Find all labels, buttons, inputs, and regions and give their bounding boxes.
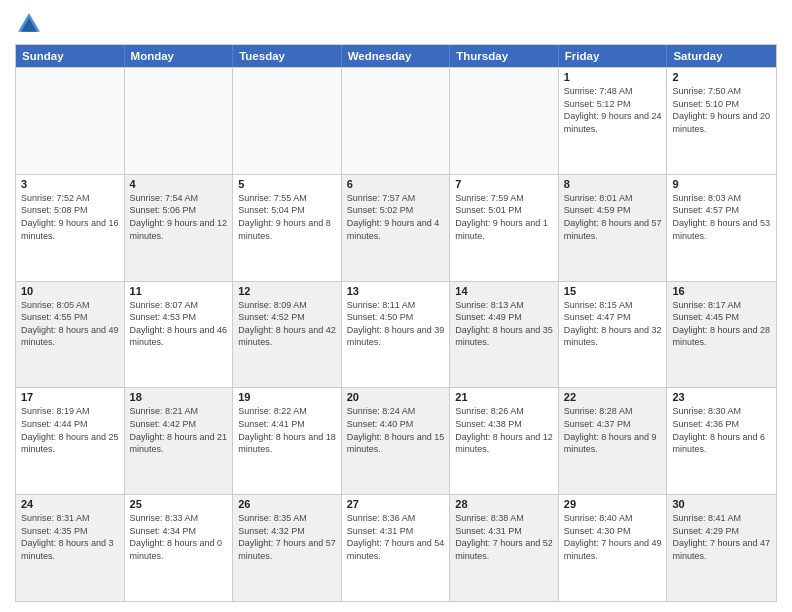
- day-number: 29: [564, 498, 662, 510]
- day-of-week-header: Monday: [125, 45, 234, 67]
- day-number: 4: [130, 178, 228, 190]
- calendar-cell: [233, 68, 342, 174]
- calendar-cell: 12Sunrise: 8:09 AM Sunset: 4:52 PM Dayli…: [233, 282, 342, 388]
- calendar-cell: 25Sunrise: 8:33 AM Sunset: 4:34 PM Dayli…: [125, 495, 234, 601]
- day-info: Sunrise: 8:01 AM Sunset: 4:59 PM Dayligh…: [564, 192, 662, 242]
- calendar-cell: 30Sunrise: 8:41 AM Sunset: 4:29 PM Dayli…: [667, 495, 776, 601]
- day-number: 22: [564, 391, 662, 403]
- day-info: Sunrise: 8:24 AM Sunset: 4:40 PM Dayligh…: [347, 405, 445, 455]
- logo: [15, 10, 47, 38]
- calendar-cell: 17Sunrise: 8:19 AM Sunset: 4:44 PM Dayli…: [16, 388, 125, 494]
- day-number: 24: [21, 498, 119, 510]
- day-number: 11: [130, 285, 228, 297]
- page: SundayMondayTuesdayWednesdayThursdayFrid…: [0, 0, 792, 612]
- calendar-row: 1Sunrise: 7:48 AM Sunset: 5:12 PM Daylig…: [16, 67, 776, 174]
- day-number: 1: [564, 71, 662, 83]
- day-info: Sunrise: 8:09 AM Sunset: 4:52 PM Dayligh…: [238, 299, 336, 349]
- calendar-cell: 29Sunrise: 8:40 AM Sunset: 4:30 PM Dayli…: [559, 495, 668, 601]
- day-number: 18: [130, 391, 228, 403]
- calendar-cell: 19Sunrise: 8:22 AM Sunset: 4:41 PM Dayli…: [233, 388, 342, 494]
- calendar-cell: 8Sunrise: 8:01 AM Sunset: 4:59 PM Daylig…: [559, 175, 668, 281]
- calendar-row: 24Sunrise: 8:31 AM Sunset: 4:35 PM Dayli…: [16, 494, 776, 601]
- day-number: 30: [672, 498, 771, 510]
- calendar-cell: 6Sunrise: 7:57 AM Sunset: 5:02 PM Daylig…: [342, 175, 451, 281]
- day-info: Sunrise: 8:03 AM Sunset: 4:57 PM Dayligh…: [672, 192, 771, 242]
- calendar-cell: 11Sunrise: 8:07 AM Sunset: 4:53 PM Dayli…: [125, 282, 234, 388]
- day-number: 28: [455, 498, 553, 510]
- calendar-row: 10Sunrise: 8:05 AM Sunset: 4:55 PM Dayli…: [16, 281, 776, 388]
- day-info: Sunrise: 8:19 AM Sunset: 4:44 PM Dayligh…: [21, 405, 119, 455]
- calendar-cell: 4Sunrise: 7:54 AM Sunset: 5:06 PM Daylig…: [125, 175, 234, 281]
- day-number: 17: [21, 391, 119, 403]
- day-info: Sunrise: 8:28 AM Sunset: 4:37 PM Dayligh…: [564, 405, 662, 455]
- calendar-cell: 14Sunrise: 8:13 AM Sunset: 4:49 PM Dayli…: [450, 282, 559, 388]
- day-of-week-header: Saturday: [667, 45, 776, 67]
- day-info: Sunrise: 7:48 AM Sunset: 5:12 PM Dayligh…: [564, 85, 662, 135]
- day-number: 16: [672, 285, 771, 297]
- day-number: 25: [130, 498, 228, 510]
- header: [15, 10, 777, 38]
- day-info: Sunrise: 8:40 AM Sunset: 4:30 PM Dayligh…: [564, 512, 662, 562]
- calendar-cell: 13Sunrise: 8:11 AM Sunset: 4:50 PM Dayli…: [342, 282, 451, 388]
- day-info: Sunrise: 8:07 AM Sunset: 4:53 PM Dayligh…: [130, 299, 228, 349]
- calendar-cell: 20Sunrise: 8:24 AM Sunset: 4:40 PM Dayli…: [342, 388, 451, 494]
- day-of-week-header: Sunday: [16, 45, 125, 67]
- day-info: Sunrise: 8:26 AM Sunset: 4:38 PM Dayligh…: [455, 405, 553, 455]
- day-info: Sunrise: 7:52 AM Sunset: 5:08 PM Dayligh…: [21, 192, 119, 242]
- calendar-cell: 7Sunrise: 7:59 AM Sunset: 5:01 PM Daylig…: [450, 175, 559, 281]
- calendar-cell: [450, 68, 559, 174]
- calendar-cell: 1Sunrise: 7:48 AM Sunset: 5:12 PM Daylig…: [559, 68, 668, 174]
- day-number: 19: [238, 391, 336, 403]
- calendar-cell: 15Sunrise: 8:15 AM Sunset: 4:47 PM Dayli…: [559, 282, 668, 388]
- calendar-cell: 22Sunrise: 8:28 AM Sunset: 4:37 PM Dayli…: [559, 388, 668, 494]
- day-info: Sunrise: 8:21 AM Sunset: 4:42 PM Dayligh…: [130, 405, 228, 455]
- calendar-cell: 27Sunrise: 8:36 AM Sunset: 4:31 PM Dayli…: [342, 495, 451, 601]
- day-number: 26: [238, 498, 336, 510]
- day-of-week-header: Friday: [559, 45, 668, 67]
- calendar-cell: 24Sunrise: 8:31 AM Sunset: 4:35 PM Dayli…: [16, 495, 125, 601]
- calendar-cell: [125, 68, 234, 174]
- day-of-week-header: Tuesday: [233, 45, 342, 67]
- day-info: Sunrise: 8:36 AM Sunset: 4:31 PM Dayligh…: [347, 512, 445, 562]
- day-info: Sunrise: 7:50 AM Sunset: 5:10 PM Dayligh…: [672, 85, 771, 135]
- day-info: Sunrise: 7:55 AM Sunset: 5:04 PM Dayligh…: [238, 192, 336, 242]
- calendar-cell: 5Sunrise: 7:55 AM Sunset: 5:04 PM Daylig…: [233, 175, 342, 281]
- calendar-cell: 3Sunrise: 7:52 AM Sunset: 5:08 PM Daylig…: [16, 175, 125, 281]
- calendar-body: 1Sunrise: 7:48 AM Sunset: 5:12 PM Daylig…: [16, 67, 776, 601]
- calendar-cell: 21Sunrise: 8:26 AM Sunset: 4:38 PM Dayli…: [450, 388, 559, 494]
- day-number: 9: [672, 178, 771, 190]
- day-number: 6: [347, 178, 445, 190]
- day-info: Sunrise: 8:22 AM Sunset: 4:41 PM Dayligh…: [238, 405, 336, 455]
- day-info: Sunrise: 8:15 AM Sunset: 4:47 PM Dayligh…: [564, 299, 662, 349]
- day-info: Sunrise: 8:35 AM Sunset: 4:32 PM Dayligh…: [238, 512, 336, 562]
- day-number: 13: [347, 285, 445, 297]
- day-info: Sunrise: 8:41 AM Sunset: 4:29 PM Dayligh…: [672, 512, 771, 562]
- day-number: 27: [347, 498, 445, 510]
- calendar: SundayMondayTuesdayWednesdayThursdayFrid…: [15, 44, 777, 602]
- day-number: 10: [21, 285, 119, 297]
- calendar-cell: 9Sunrise: 8:03 AM Sunset: 4:57 PM Daylig…: [667, 175, 776, 281]
- calendar-cell: [16, 68, 125, 174]
- calendar-row: 17Sunrise: 8:19 AM Sunset: 4:44 PM Dayli…: [16, 387, 776, 494]
- day-info: Sunrise: 7:54 AM Sunset: 5:06 PM Dayligh…: [130, 192, 228, 242]
- day-number: 23: [672, 391, 771, 403]
- calendar-cell: 16Sunrise: 8:17 AM Sunset: 4:45 PM Dayli…: [667, 282, 776, 388]
- day-of-week-header: Thursday: [450, 45, 559, 67]
- day-number: 8: [564, 178, 662, 190]
- calendar-cell: 28Sunrise: 8:38 AM Sunset: 4:31 PM Dayli…: [450, 495, 559, 601]
- calendar-cell: 23Sunrise: 8:30 AM Sunset: 4:36 PM Dayli…: [667, 388, 776, 494]
- calendar-cell: 2Sunrise: 7:50 AM Sunset: 5:10 PM Daylig…: [667, 68, 776, 174]
- day-number: 21: [455, 391, 553, 403]
- day-number: 14: [455, 285, 553, 297]
- logo-icon: [15, 10, 43, 38]
- day-info: Sunrise: 8:30 AM Sunset: 4:36 PM Dayligh…: [672, 405, 771, 455]
- day-info: Sunrise: 8:38 AM Sunset: 4:31 PM Dayligh…: [455, 512, 553, 562]
- day-info: Sunrise: 7:57 AM Sunset: 5:02 PM Dayligh…: [347, 192, 445, 242]
- calendar-cell: 10Sunrise: 8:05 AM Sunset: 4:55 PM Dayli…: [16, 282, 125, 388]
- day-number: 20: [347, 391, 445, 403]
- calendar-cell: [342, 68, 451, 174]
- calendar-cell: 18Sunrise: 8:21 AM Sunset: 4:42 PM Dayli…: [125, 388, 234, 494]
- calendar-row: 3Sunrise: 7:52 AM Sunset: 5:08 PM Daylig…: [16, 174, 776, 281]
- day-number: 3: [21, 178, 119, 190]
- day-info: Sunrise: 8:17 AM Sunset: 4:45 PM Dayligh…: [672, 299, 771, 349]
